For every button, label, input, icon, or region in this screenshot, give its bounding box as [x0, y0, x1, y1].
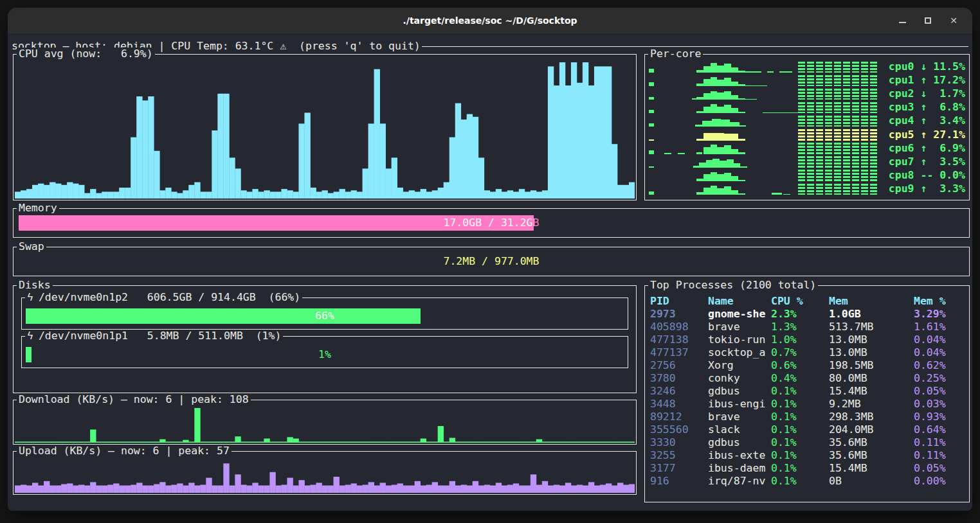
spark-segment	[699, 163, 706, 168]
spark-segment	[711, 172, 718, 181]
cell-name: brave	[708, 321, 771, 333]
cell-name: irq/87-nv	[708, 475, 771, 488]
spark-segment	[798, 184, 878, 195]
spark-segment	[720, 161, 727, 167]
spark-segment	[649, 110, 654, 114]
spark-segment	[649, 69, 654, 73]
cpu-avg-title: CPU avg (now: 6.9%)	[17, 48, 155, 60]
process-row: 3780conky0.4%80.0MB0.25%	[650, 372, 966, 385]
window-controls: ✕	[896, 8, 959, 33]
core-row-cpu8: cpu8 -- 0.0%	[647, 169, 965, 182]
spark-segment	[724, 105, 731, 113]
spark-segment	[711, 145, 718, 154]
spark-segment	[738, 112, 745, 114]
process-row: 89212brave0.1%298.3MB0.93%	[650, 411, 966, 423]
spark-segment	[717, 80, 724, 86]
cell-cpu: 0.1%	[771, 385, 829, 398]
spark-segment	[731, 190, 738, 195]
disks-panel: Disks ϟ/dev/nvme0n1p2 606.5GB / 914.4GB …	[13, 285, 637, 393]
spark-segment	[738, 71, 745, 73]
spark-segment	[696, 97, 703, 100]
cell-cpu: 0.7%	[771, 346, 829, 359]
core-sparkline	[647, 75, 878, 87]
disk-icon: ϟ	[27, 330, 33, 342]
cell-mem: 204.0MB	[829, 423, 914, 436]
spark-segment	[711, 91, 718, 100]
memory-title: Memory	[17, 202, 59, 215]
spark-segment	[649, 139, 654, 141]
cell-cpu: 1.3%	[771, 321, 829, 333]
spark-segment	[678, 153, 685, 154]
status-rule	[422, 46, 968, 47]
cell-mem: 13.0MB	[829, 346, 914, 359]
cell-cpu: 0.1%	[771, 462, 829, 475]
swap-title: Swap	[17, 240, 46, 253]
spark-segment	[711, 77, 718, 86]
cell-pid: 2756	[650, 359, 708, 372]
spark-segment	[740, 166, 747, 168]
spark-segment	[798, 156, 878, 167]
core-sparkline	[647, 102, 878, 114]
spark-segment	[798, 143, 878, 154]
status-line: socktop — host: debian | CPU Temp: 63.1°…	[12, 40, 968, 53]
upload-panel: Upload (KB/s) — now: 6 | peak: 57	[13, 451, 637, 495]
cell-cpu: 0.4%	[771, 372, 829, 385]
spark-segment	[798, 62, 878, 73]
cell-pid: 3330	[650, 436, 708, 449]
spark-segment	[703, 133, 724, 141]
column-header-cpu-: CPU %	[771, 295, 829, 308]
spark-segment	[703, 66, 711, 73]
top-processes-panel: Top Processes (2100 total) PIDNameCPU %M…	[644, 285, 970, 502]
terminal-window: ./target/release/soc ~/D/G/socktop ✕ soc…	[8, 8, 972, 511]
core-label-cpu3: cpu3 ↑ 6.8%	[882, 101, 965, 114]
spark-segment	[724, 145, 731, 154]
cell-name: gnome-she	[708, 308, 771, 321]
cell-mem: 513.7MB	[829, 321, 914, 333]
cell-mem-pct: 0.11%	[914, 436, 966, 449]
spark-segment	[706, 160, 713, 167]
process-row: 916irq/87-nv0.1%0B0.00%	[650, 475, 966, 488]
spark-segment	[731, 67, 738, 73]
spark-segment	[724, 78, 731, 86]
cell-mem: 80.0MB	[829, 372, 914, 385]
core-sparkline	[647, 115, 878, 127]
spark-segment	[703, 79, 711, 86]
core-sparkline	[647, 88, 878, 100]
minimize-button[interactable]	[896, 15, 908, 26]
disk-2-title: ϟ/dev/nvme0n1p1 5.8MB / 511.0MB (1%)	[25, 330, 283, 342]
gauge-label: 1%	[26, 347, 624, 362]
core-label-cpu0: cpu0 ↓ 11.5%	[882, 60, 965, 73]
spark-segment	[703, 174, 711, 181]
core-row-cpu7: cpu7 ↑ 3.5%	[647, 155, 965, 168]
cell-cpu: 0.6%	[771, 359, 829, 372]
cell-name: gdbus	[708, 436, 771, 449]
spark-segment	[738, 98, 745, 100]
cell-cpu: 0.1%	[771, 423, 829, 436]
close-icon: ✕	[950, 16, 957, 25]
cell-mem: 298.3MB	[829, 411, 914, 423]
spark-segment	[798, 75, 878, 86]
cell-mem-pct: 0.11%	[914, 449, 966, 462]
status-quit-hint: (press 'q' to quit)	[286, 40, 421, 53]
cell-pid: 477137	[650, 346, 708, 359]
cell-pid: 916	[650, 475, 708, 488]
disk-partition-1: ϟ/dev/nvme0n1p2 606.5GB / 914.4GB (66%) …	[21, 297, 628, 330]
spark-segment	[696, 152, 702, 154]
spark-segment	[734, 163, 741, 168]
close-button[interactable]: ✕	[948, 15, 959, 26]
download-panel: Download (KB/s) — now: 6 | peak: 108	[13, 400, 637, 445]
spark-segment	[664, 153, 671, 154]
minimize-icon	[899, 22, 906, 23]
maximize-button[interactable]	[922, 15, 934, 26]
cell-name: gdbus	[708, 385, 771, 398]
cell-pid: 2973	[650, 308, 708, 321]
core-label-cpu5: cpu5 ↑ 27.1%	[882, 129, 965, 141]
spark-segment	[703, 93, 711, 100]
spark-segment	[703, 147, 711, 154]
warning-icon: ⚠	[280, 40, 286, 53]
cell-mem: 13.0MB	[829, 333, 914, 346]
process-row: 477138tokio-run1.0%13.0MB0.04%	[650, 333, 966, 346]
spark-segment	[696, 179, 703, 181]
core-row-cpu4: cpu4 ↑ 3.4%	[647, 114, 965, 127]
core-row-cpu2: cpu2 ↓ 1.7%	[647, 87, 965, 100]
